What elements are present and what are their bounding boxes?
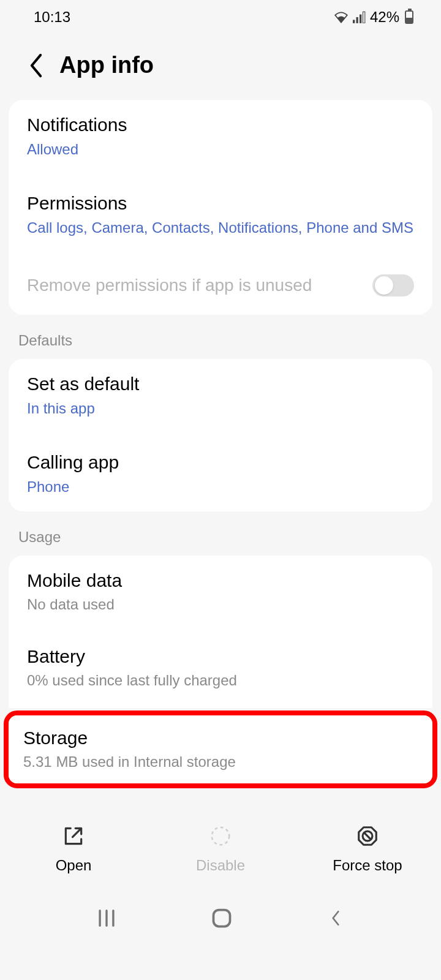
svg-rect-1 [356,17,358,23]
disable-button: Disable [148,824,293,874]
set-default-title: Set as default [27,374,414,394]
battery-title: Battery [27,646,414,667]
open-button[interactable]: Open [1,824,146,874]
calling-app-item[interactable]: Calling app Phone [9,434,432,512]
recent-icon [96,909,117,927]
storage-item[interactable]: Storage 5.31 MB used in Internal storage [9,715,432,783]
force-stop-label: Force stop [333,857,402,874]
switch-knob [375,276,393,295]
permissions-item[interactable]: Permissions Call logs, Camera, Contacts,… [9,175,432,253]
svg-rect-10 [213,910,230,926]
home-icon [211,907,233,929]
wifi-icon [333,10,349,24]
battery-item[interactable]: Battery 0% used since last fully charged [9,629,432,704]
defaults-header: Defaults [0,315,441,359]
force-stop-button[interactable]: Force stop [295,824,440,874]
status-icons: 42% [333,9,413,26]
svg-rect-0 [353,20,355,23]
open-icon [62,824,85,848]
storage-title: Storage [23,728,418,748]
settings-card-1: Notifications Allowed Permissions Call l… [9,100,432,315]
remove-permissions-toggle-row[interactable]: Remove permissions if app is unused [9,252,432,315]
bottom-action-bar: Open Disable Force stop [0,805,441,891]
page-title: App info [59,52,154,78]
svg-line-6 [364,832,371,839]
usage-card: Mobile data No data used Battery 0% used… [9,556,432,707]
permissions-value: Call logs, Camera, Contacts, Notificatio… [27,217,414,238]
nav-recent-button[interactable] [96,909,117,927]
defaults-card: Set as default In this app Calling app P… [9,359,432,511]
battery-percent: 42% [370,9,399,26]
notifications-title: Notifications [27,115,414,135]
back-button[interactable] [28,53,45,78]
permissions-title: Permissions [27,193,414,214]
battery-icon [405,10,413,24]
storage-highlight: Storage 5.31 MB used in Internal storage [4,710,437,788]
remove-permissions-switch[interactable] [372,274,414,296]
mobile-data-value: No data used [27,595,414,614]
nav-back-icon [326,909,345,927]
mobile-data-item[interactable]: Mobile data No data used [9,556,432,628]
nav-back-button[interactable] [326,909,345,927]
battery-value: 0% used since last fully charged [27,671,414,690]
calling-app-title: Calling app [27,452,414,473]
navigation-bar [0,891,441,941]
calling-app-value: Phone [27,477,414,497]
svg-rect-2 [360,14,361,23]
signal-icon [353,11,366,23]
svg-rect-3 [363,12,364,23]
usage-header: Usage [0,511,441,556]
header: App info [0,34,441,100]
mobile-data-title: Mobile data [27,570,414,591]
disable-icon [209,824,232,848]
storage-value: 5.31 MB used in Internal storage [23,752,418,771]
chevron-left-icon [28,53,45,78]
status-time: 10:13 [34,9,70,26]
open-label: Open [56,857,92,874]
svg-point-4 [212,827,230,845]
nav-home-button[interactable] [211,907,233,929]
force-stop-icon [356,824,379,848]
status-bar: 10:13 42% [0,0,441,34]
disable-label: Disable [196,857,245,874]
set-default-item[interactable]: Set as default In this app [9,359,432,434]
notifications-item[interactable]: Notifications Allowed [9,100,432,175]
set-default-value: In this app [27,398,414,419]
remove-permissions-label: Remove permissions if app is unused [27,276,312,295]
notifications-value: Allowed [27,139,414,160]
